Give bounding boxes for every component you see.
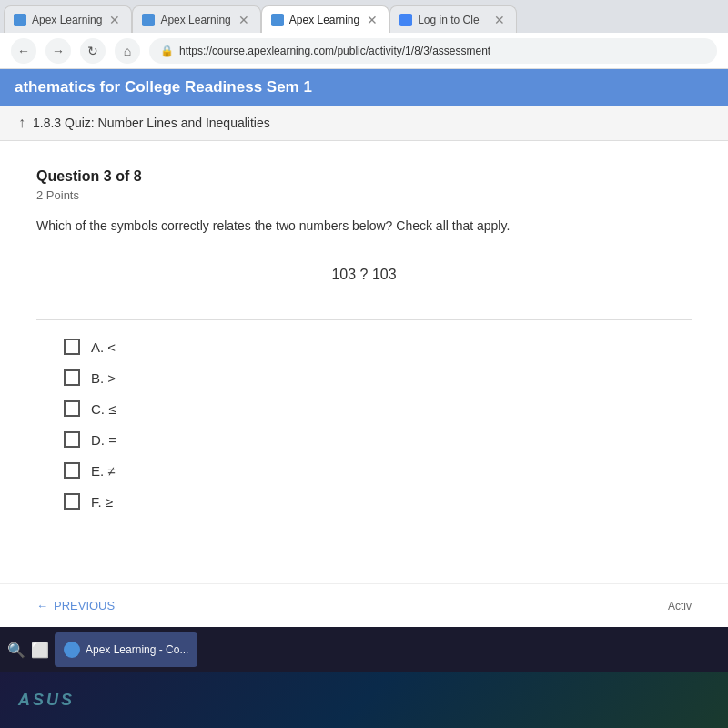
url-text: https://course.apexlearning.com/public/a… <box>179 45 490 57</box>
option-text-b: B. > <box>91 370 116 386</box>
tab-4-close[interactable]: ✕ <box>492 13 507 27</box>
checkbox-f[interactable] <box>64 493 80 510</box>
answer-option-c[interactable]: C. ≤ <box>64 400 692 417</box>
math-expression: 103 ? 103 <box>36 258 692 292</box>
tab-4-favicon <box>399 14 412 26</box>
prev-arrow: ← <box>36 599 48 612</box>
tab-3-favicon <box>271 14 284 26</box>
taskbar-app-icon <box>64 642 80 658</box>
home-button[interactable]: ⌂ <box>115 38 140 64</box>
option-text-e: E. ≠ <box>91 463 116 479</box>
question-text: Which of the symbols correctly relates t… <box>36 217 692 236</box>
desktop-bg: ASUS <box>0 672 728 728</box>
tab-4[interactable]: Log in to Cle ✕ <box>389 5 517 33</box>
prev-label: PREVIOUS <box>54 599 115 612</box>
tab-1-close[interactable]: ✕ <box>107 13 122 27</box>
points-label: 2 Points <box>36 188 692 202</box>
search-icon[interactable]: 🔍 <box>7 642 25 659</box>
tab-4-label: Log in to Cle <box>418 14 487 26</box>
option-text-f: F. ≥ <box>91 494 113 510</box>
refresh-button[interactable]: ↻ <box>80 38 106 64</box>
breadcrumb-icon: ↑ <box>18 115 25 131</box>
tab-1-favicon <box>14 14 26 26</box>
lock-icon: 🔒 <box>160 45 174 57</box>
url-bar[interactable]: 🔒 https://course.apexlearning.com/public… <box>149 38 717 64</box>
question-header: Question 3 of 8 <box>36 168 692 185</box>
quiz-main: Question 3 of 8 2 Points Which of the sy… <box>0 141 728 583</box>
checkbox-d[interactable] <box>64 431 80 448</box>
taskview-icon[interactable]: ⬜ <box>31 642 49 659</box>
tab-2-favicon <box>142 14 155 26</box>
taskbar-search: 🔍 <box>7 642 25 659</box>
checkbox-b[interactable] <box>64 369 80 386</box>
answer-option-a[interactable]: A. < <box>64 339 692 355</box>
option-text-d: D. = <box>91 432 116 448</box>
quiz-breadcrumb: ↑ 1.8.3 Quiz: Number Lines and Inequalit… <box>0 106 728 141</box>
activity-nav-partial: Activ <box>668 600 692 612</box>
tab-3-label: Apex Learning <box>289 14 359 26</box>
tab-2-label: Apex Learning <box>160 14 230 26</box>
answer-option-b[interactable]: B. > <box>64 369 692 386</box>
course-header: athematics for College Readiness Sem 1 <box>0 69 728 106</box>
page-content: athematics for College Readiness Sem 1 ↑… <box>0 69 728 627</box>
tab-1[interactable]: Apex Learning ✕ <box>4 5 132 33</box>
bottom-nav: ← PREVIOUS Activ <box>0 583 728 627</box>
answer-option-d[interactable]: D. = <box>64 431 692 448</box>
tab-3[interactable]: Apex Learning ✕ <box>261 5 389 33</box>
checkbox-e[interactable] <box>64 462 80 479</box>
tab-2-close[interactable]: ✕ <box>237 13 251 27</box>
checkbox-a[interactable] <box>64 339 80 355</box>
browser-frame: Apex Learning ✕ Apex Learning ✕ Apex Lea… <box>0 0 728 728</box>
course-title: athematics for College Readiness Sem 1 <box>15 78 312 96</box>
option-text-a: A. < <box>91 339 116 355</box>
back-button[interactable]: ← <box>11 38 36 64</box>
taskbar: 🔍 ⬜ Apex Learning - Co... <box>0 627 728 672</box>
taskbar-app-label: Apex Learning - Co... <box>86 643 188 656</box>
tab-bar: Apex Learning ✕ Apex Learning ✕ Apex Lea… <box>0 0 728 33</box>
tab-1-label: Apex Learning <box>32 14 102 26</box>
divider <box>36 319 692 320</box>
tab-3-close[interactable]: ✕ <box>365 13 379 27</box>
answer-options: A. < B. > C. ≤ D. = E. ≠ <box>36 339 692 510</box>
answer-option-e[interactable]: E. ≠ <box>64 462 692 479</box>
option-text-c: C. ≤ <box>91 401 116 417</box>
tab-2[interactable]: Apex Learning ✕ <box>132 5 260 33</box>
checkbox-c[interactable] <box>64 400 80 417</box>
address-bar: ← → ↻ ⌂ 🔒 https://course.apexlearning.co… <box>0 33 728 69</box>
breadcrumb-text: 1.8.3 Quiz: Number Lines and Inequalitie… <box>33 116 270 130</box>
forward-button[interactable]: → <box>46 38 71 64</box>
asus-logo: ASUS <box>18 691 75 710</box>
taskbar-apex-app[interactable]: Apex Learning - Co... <box>55 632 197 667</box>
previous-button[interactable]: ← PREVIOUS <box>36 599 115 612</box>
answer-option-f[interactable]: F. ≥ <box>64 493 692 510</box>
